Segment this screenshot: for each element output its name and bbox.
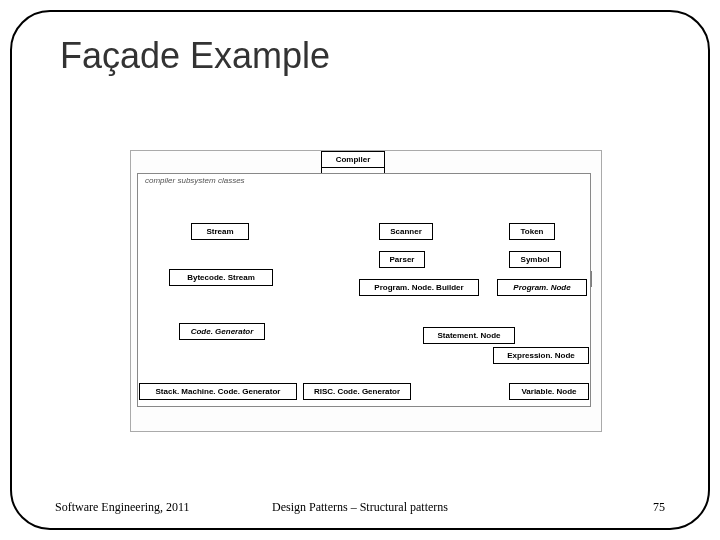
box-expression-node: Expression. Node [493,347,589,364]
slide-title: Façade Example [60,35,330,77]
subsystem-label: compiler subsystem classes [145,177,245,186]
box-bytecode-stream: Bytecode. Stream [169,269,273,286]
box-symbol: Symbol [509,251,561,268]
box-code-generator: Code. Generator [179,323,265,340]
box-stream: Stream [191,223,249,240]
box-program-node: Program. Node [497,279,587,296]
box-scanner: Scanner [379,223,433,240]
box-parser: Parser [379,251,425,268]
box-stack-machine: Stack. Machine. Code. Generator [139,383,297,400]
box-token: Token [509,223,555,240]
label-compiler-name: Compiler [322,152,384,168]
footer-center: Design Patterns – Structural patterns [0,500,720,515]
box-variable-node: Variable. Node [509,383,589,400]
box-pnb: Program. Node. Builder [359,279,479,296]
footer-right: 75 [653,500,665,515]
diagram-container: Compiler Compile() compiler subsystem cl… [130,150,602,432]
box-risc: RISC. Code. Generator [303,383,411,400]
box-statement-node: Statement. Node [423,327,515,344]
